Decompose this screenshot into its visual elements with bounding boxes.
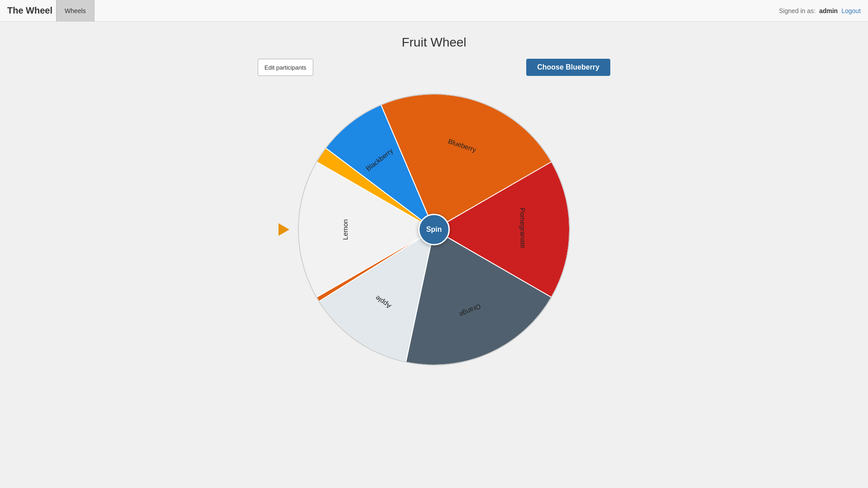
choose-btn-prefix: Choose (537, 63, 566, 71)
navbar: The Wheel Wheels Signed in as: admin Log… (0, 0, 868, 22)
choose-winner-button[interactable]: Choose Blueberry (526, 59, 610, 76)
brand-title: The Wheel (7, 5, 52, 16)
page-title: Fruit Wheel (401, 35, 466, 50)
spin-button[interactable]: Spin (418, 214, 450, 245)
auth-section: Signed in as: admin Logout (779, 7, 861, 14)
edit-participants-button[interactable]: Edit participants (258, 59, 313, 76)
auth-username: admin (819, 7, 838, 14)
actions-row: Edit participants Choose Blueberry (258, 59, 610, 76)
choose-btn-winner: Blueberry (566, 63, 599, 71)
wheel-container: BananaGrapePomegranateOrangeAppleGrapefr… (289, 85, 579, 374)
wheel-pointer (278, 223, 289, 236)
tab-wheels[interactable]: Wheels (56, 0, 94, 22)
signed-in-text: Signed in as: (779, 7, 816, 14)
logout-link[interactable]: Logout (841, 7, 861, 14)
svg-text:Pomegranate: Pomegranate (519, 207, 527, 248)
svg-text:Lemon: Lemon (341, 219, 349, 240)
main-content: Fruit Wheel Edit participants Choose Blu… (0, 22, 868, 488)
